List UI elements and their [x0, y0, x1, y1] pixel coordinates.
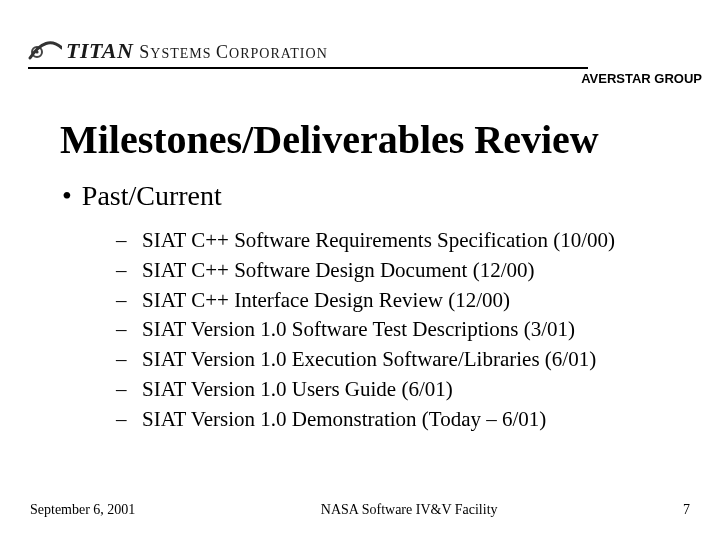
- slide-header: TITAN SYSTEMS CORPORATION AVERSTAR GROUP: [28, 38, 702, 86]
- list-item-text: SIAT Version 1.0 Software Test Descripti…: [142, 315, 575, 345]
- logo-word-titan: TITAN: [66, 38, 133, 63]
- bullet-icon: •: [62, 182, 72, 210]
- list-item-text: SIAT C++ Interface Design Review (12/00): [142, 286, 510, 316]
- dash-icon: –: [116, 286, 130, 316]
- dash-icon: –: [116, 315, 130, 345]
- section-label: Past/Current: [82, 180, 222, 212]
- list-item: – SIAT Version 1.0 Execution Software/Li…: [116, 345, 615, 375]
- list-item-text: SIAT Version 1.0 Users Guide (6/01): [142, 375, 453, 405]
- svg-point-1: [35, 50, 38, 53]
- dash-icon: –: [116, 226, 130, 256]
- slide-title: Milestones/Deliverables Review: [60, 116, 599, 163]
- logo-text: TITAN SYSTEMS CORPORATION: [66, 38, 328, 64]
- section-heading: • Past/Current: [62, 180, 222, 212]
- list-item: – SIAT Version 1.0 Users Guide (6/01): [116, 375, 615, 405]
- list-item: – SIAT C++ Software Requirements Specifi…: [116, 226, 615, 256]
- list-item: – SIAT Version 1.0 Software Test Descrip…: [116, 315, 615, 345]
- list-item-text: SIAT Version 1.0 Demonstration (Today – …: [142, 405, 546, 435]
- list-item-text: SIAT Version 1.0 Execution Software/Libr…: [142, 345, 596, 375]
- dash-icon: –: [116, 256, 130, 286]
- logo-word-systems: SYSTEMS CORPORATION: [139, 46, 327, 61]
- dash-icon: –: [116, 345, 130, 375]
- list-item: – SIAT Version 1.0 Demonstration (Today …: [116, 405, 615, 435]
- header-rule: [28, 67, 588, 69]
- logo: TITAN SYSTEMS CORPORATION: [28, 38, 702, 64]
- titan-swoosh-icon: [28, 38, 62, 64]
- dash-icon: –: [116, 405, 130, 435]
- list-item-text: SIAT C++ Software Design Document (12/00…: [142, 256, 535, 286]
- group-label: AVERSTAR GROUP: [28, 71, 702, 86]
- list-item: – SIAT C++ Software Design Document (12/…: [116, 256, 615, 286]
- footer-date: September 6, 2001: [30, 502, 135, 518]
- footer-page: 7: [683, 502, 690, 518]
- list-item-text: SIAT C++ Software Requirements Specifica…: [142, 226, 615, 256]
- dash-icon: –: [116, 375, 130, 405]
- deliverables-list: – SIAT C++ Software Requirements Specifi…: [116, 226, 615, 435]
- slide-footer: September 6, 2001 NASA Software IV&V Fac…: [30, 502, 690, 518]
- list-item: – SIAT C++ Interface Design Review (12/0…: [116, 286, 615, 316]
- footer-center: NASA Software IV&V Facility: [321, 502, 498, 518]
